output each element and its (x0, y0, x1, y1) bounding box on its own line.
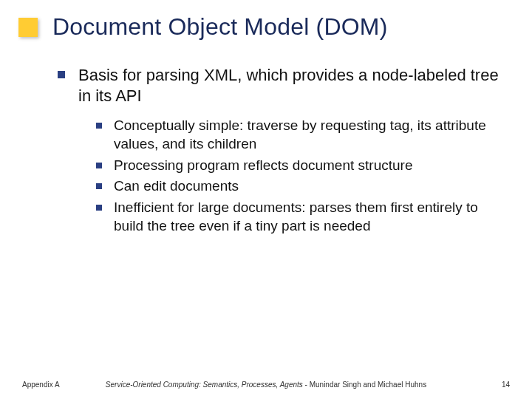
bullet-level2: Conceptually simple: traverse by request… (96, 117, 502, 153)
footer-book-title: Service-Oriented Computing: Semantics, P… (106, 381, 303, 389)
slide-title: Document Object Model (DOM) (52, 13, 388, 41)
bullet-level1-text: Basis for parsing XML, which provides a … (78, 65, 502, 106)
square-bullet-icon (96, 205, 102, 211)
square-bullet-icon (96, 123, 102, 129)
bullet-level2: Processing program reflects document str… (96, 157, 502, 175)
square-bullet-icon (96, 183, 102, 189)
square-bullet-icon (58, 71, 65, 78)
bullet-level2-text: Conceptually simple: traverse by request… (114, 117, 502, 153)
bullet-level2: Can edit documents (96, 177, 502, 196)
footer-left: Appendix A (22, 381, 74, 389)
bullet-level2-group: Conceptually simple: traverse by request… (96, 117, 502, 235)
bullet-level1: Basis for parsing XML, which provides a … (58, 65, 502, 106)
bullet-level2: Inefficient for large documents: parses … (96, 199, 502, 235)
footer-center: Service-Oriented Computing: Semantics, P… (74, 381, 458, 389)
bullet-level2-text: Processing program reflects document str… (114, 157, 412, 175)
footer-authors: - Munindar Singh and Michael Huhns (303, 381, 426, 389)
square-bullet-icon (96, 163, 102, 168)
footer-page-number: 14 (458, 381, 510, 389)
slide-footer: Appendix A Service-Oriented Computing: S… (22, 381, 510, 389)
slide-body: Basis for parsing XML, which provides a … (58, 65, 502, 238)
title-accent-square (18, 18, 38, 37)
title-row: Document Object Model (DOM) (18, 13, 514, 41)
bullet-level2-text: Can edit documents (114, 177, 239, 196)
bullet-level2-text: Inefficient for large documents: parses … (114, 199, 502, 235)
slide: Document Object Model (DOM) Basis for pa… (0, 0, 532, 399)
